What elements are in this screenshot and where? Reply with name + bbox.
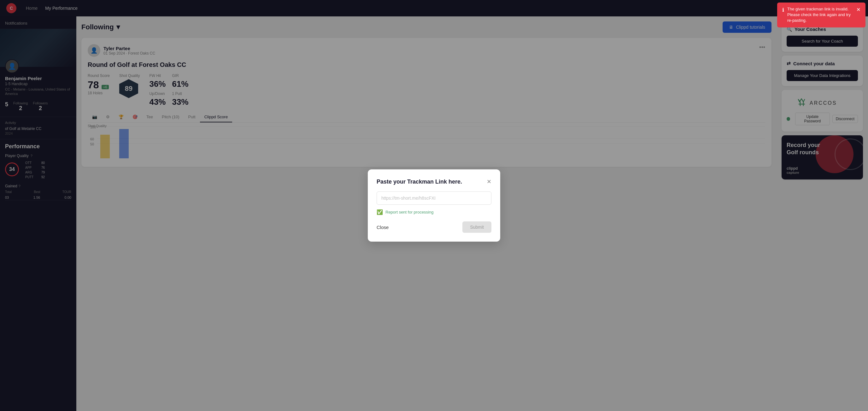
success-check-icon: ✅ [377, 209, 383, 215]
trackman-modal: Paste your Trackman Link here. ✕ ✅ Repor… [368, 169, 500, 242]
modal-close-x-button[interactable]: ✕ [487, 178, 491, 185]
modal-close-button[interactable]: Close [377, 225, 389, 230]
modal-success-message: ✅ Report sent for processing [377, 209, 491, 215]
toast-warning-icon: ℹ [782, 7, 784, 13]
modal-submit-button[interactable]: Submit [462, 221, 491, 233]
trackman-link-input[interactable] [377, 191, 491, 205]
error-toast: ℹ The given trackman link is invalid. Pl… [777, 2, 866, 27]
modal-overlay: Paste your Trackman Link here. ✕ ✅ Repor… [0, 0, 868, 411]
modal-footer: Close Submit [377, 221, 491, 233]
modal-title: Paste your Trackman Link here. [377, 179, 462, 185]
toast-close-button[interactable]: ✕ [856, 6, 861, 13]
toast-message: The given trackman link is invalid. Plea… [787, 6, 853, 24]
success-text: Report sent for processing [385, 210, 433, 215]
modal-header: Paste your Trackman Link here. ✕ [377, 178, 491, 185]
